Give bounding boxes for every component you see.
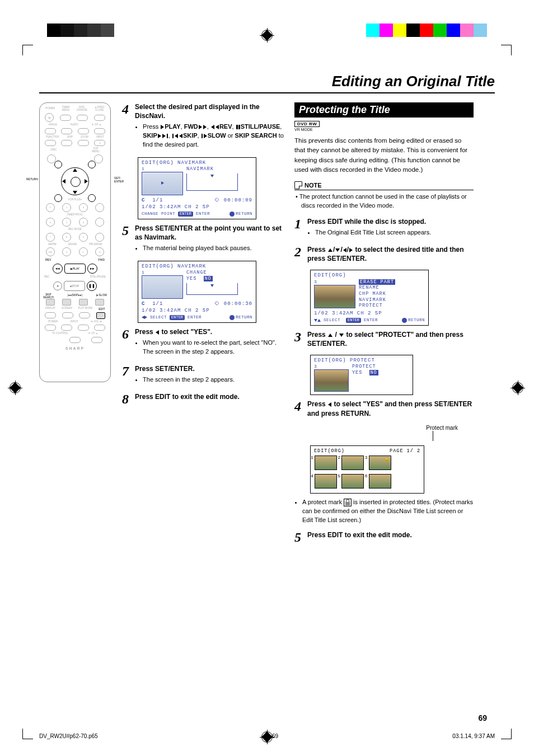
step-7: 7 Press SET/ENTER. The screen in the ste… — [122, 364, 284, 386]
mode-badge: DVD RW — [294, 121, 320, 127]
protect-mark-desc: A protect mark is inserted in protected … — [294, 498, 474, 525]
crop-mark-icon — [501, 729, 512, 739]
osd-navimark-1: EDIT(ORG) NAVIMARK 1 NAVIMARK C 1/1 — [138, 157, 256, 219]
crop-mark-icon — [22, 45, 33, 55]
registration-mark-icon — [260, 28, 274, 43]
step-5: 5 Press SET/ENTER at the point you want … — [122, 224, 284, 254]
r-step-3: 3 Press / to select "PROTECT" and then p… — [294, 330, 474, 348]
page-number: 69 — [478, 713, 487, 722]
r-step-5: 5 Press EDIT to exit the edit mode. — [294, 530, 474, 544]
osd-navimark-2: EDIT(ORG) NAVIMARK 1 CHANGE YES NO — [138, 261, 256, 323]
crop-mark-icon — [22, 729, 33, 739]
page-title: Editing an Original Title — [39, 73, 495, 90]
remote-control-diagram: POWERTIMERMENUDISCCHANGE▲OPEN/CLOSE ⏻ AN… — [39, 102, 111, 382]
registration-mark-icon — [8, 381, 22, 395]
note-body: • The protect function cannot be used in… — [294, 192, 474, 210]
protect-mark-label: Protect mark — [294, 425, 458, 431]
note-heading: NOTE — [294, 181, 474, 190]
osd-edit-menu: EDIT(ORG) 3 ERASE PART RENAME CHP MARK N… — [310, 270, 429, 325]
lock-icon — [344, 499, 352, 506]
registration-mark-icon — [510, 381, 525, 395]
footer: DV_RW2U#p62-70.p65 69 03.1.14, 9:37 AM — [39, 733, 495, 739]
osd-protect: EDIT(ORG) PROTECT 3 PROTECT YES NO — [310, 355, 413, 395]
r-step-2: 2 Press /// to select the desired title … — [294, 245, 474, 263]
r-step-4: 4 Press to select "YES" and then press S… — [294, 400, 474, 417]
note-icon — [294, 181, 302, 189]
r-step-1: 1 Press EDIT while the disc is stopped. … — [294, 217, 474, 238]
step-4: 4 Select the desired part displayed in t… — [122, 102, 284, 151]
step-6: 6 Press to select "YES". When you want t… — [122, 327, 284, 358]
step-8: 8 Press EDIT to exit the edit mode. — [122, 392, 284, 406]
intro: This prevents disc contents from being e… — [294, 136, 474, 175]
section-title: Protecting the Title — [294, 102, 474, 118]
mode-sub: VR MODE — [294, 128, 474, 132]
crop-mark-icon — [501, 45, 512, 55]
osd-title-list: EDIT(ORG)PAGE 1/ 2 1 2 3🔒 4 5 6 — [310, 445, 424, 494]
